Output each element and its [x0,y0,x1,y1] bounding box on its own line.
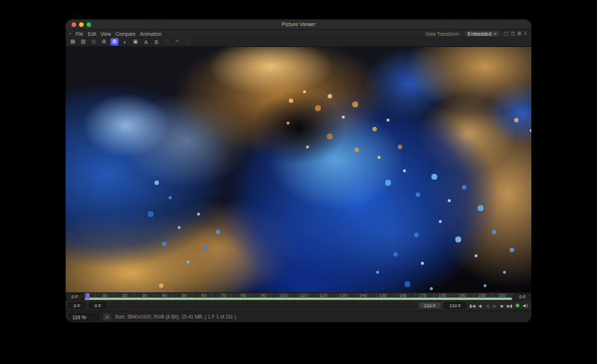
compare-icon[interactable]: ◐ [121,38,129,46]
toolbar: ▤▥▦⚙⚙◐▣AB▢⚑▢ [66,37,531,47]
menubar: ▪ File Edit View Compare Animation View … [66,30,531,37]
statusbar: 119 % ▾ Size: 3840x1920, RGB (8 Bit), 15… [66,310,531,322]
folder-open-icon[interactable]: ▤ [69,38,77,46]
filter-icon[interactable]: ⚙ [110,38,119,46]
histogram-icon[interactable]: ▦ [90,38,98,46]
window-layout-icons: ▢◫⊞⇩ [504,31,528,37]
chevron-down-icon: ▾ [494,31,496,37]
menu-view[interactable]: View [101,31,111,37]
layers-icon[interactable]: ▣ [131,38,140,46]
timeline-ruler-row: 0 F 102030405060708090100110120130140150… [66,292,531,301]
next-frame-button[interactable]: ▶ [499,304,505,308]
app-icon: ▪ [69,31,71,36]
settings-icon[interactable]: ⚙ [100,38,108,46]
menu-file[interactable]: File [75,31,83,37]
titlebar[interactable]: Picture Viewer [66,19,531,30]
blue-bubbles-decoration [66,47,69,50]
end-frame-field[interactable]: 210 F [444,302,466,309]
timeline-ruler[interactable]: 1020304050607080901001101201301401501601… [85,293,512,301]
play-backward-button[interactable]: ◁ [484,304,490,308]
play-forward-button[interactable]: ▷ [492,304,498,308]
flag-icon[interactable]: ⚑ [173,38,181,46]
image-info-text: Size: 3840x1920, RGB (8 Bit), 15.41 MB, … [115,314,236,319]
save-image-icon[interactable]: ▥ [79,38,87,46]
timeline-controls-row: 0 F 0 F 210 F 210 F ▮◀◀◁▷▶▶▮ [66,301,531,310]
cache-bar [85,298,512,300]
volume-icon[interactable] [522,303,529,309]
view-transform-value: Embedded [468,31,491,37]
ruler-right-cap[interactable]: 0 F [513,293,531,301]
menu-compare[interactable]: Compare [116,31,136,37]
render-image [66,47,531,292]
view-transform-select[interactable]: Embedded ▾ [465,31,499,37]
current-frame-field[interactable]: 0 F [89,302,107,309]
menu-edit[interactable]: Edit [88,31,96,37]
viewer-canvas[interactable] [66,47,531,292]
float-window-icon[interactable]: ▢ [504,31,508,37]
channel-b-button[interactable]: B [152,38,160,46]
start-frame-field[interactable]: 0 F [68,302,86,309]
dock-window-icon[interactable]: ⇩ [524,31,528,37]
playhead[interactable] [86,293,90,299]
window-title: Picture Viewer [66,19,531,29]
picture-viewer-window: Picture Viewer ▪ File Edit View Compare … [66,19,531,322]
zoom-level-field[interactable]: 119 % [69,313,99,321]
transport-controls: ▮◀◀◁▷▶▶▮ [469,304,513,308]
stereo-icon[interactable]: ▢ [163,38,171,46]
zoom-dropdown-button[interactable]: ▾ [103,313,111,321]
timeline-scroll-track[interactable] [110,302,416,309]
previous-frame-button[interactable]: ◀ [477,304,483,308]
ruler-left-cap[interactable]: 0 F [66,293,84,301]
goto-start-button[interactable]: ▮◀ [469,304,475,308]
loop-toggle[interactable] [516,304,519,307]
expand-view-icon[interactable]: ⊞ [517,31,521,37]
channel-a-button[interactable]: A [142,38,150,46]
view-transform-label: View Transform: [425,31,460,37]
info-icon[interactable]: ▢ [184,38,192,46]
goto-end-button[interactable]: ▶▮ [507,304,513,308]
range-end-field[interactable]: 210 F [419,302,441,309]
menu-animation[interactable]: Animation [140,31,162,37]
dual-view-icon[interactable]: ◫ [510,31,515,37]
